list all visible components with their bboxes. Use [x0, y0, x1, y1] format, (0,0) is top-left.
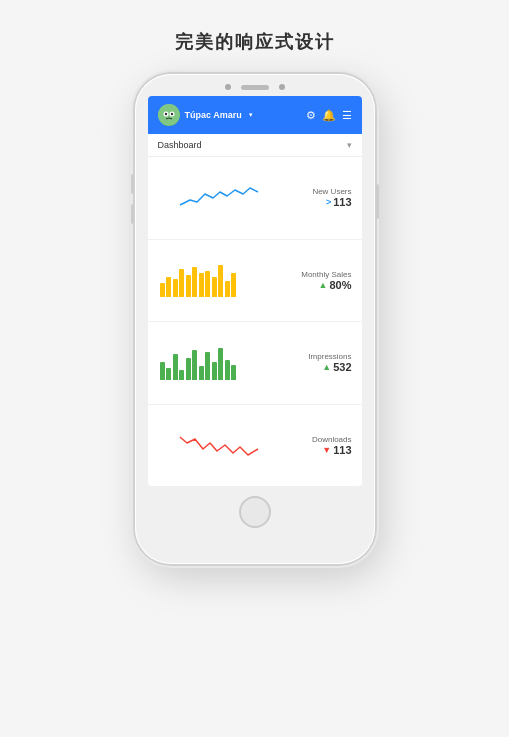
notification-icon[interactable]: 🔔	[322, 109, 336, 122]
bar	[212, 277, 217, 297]
bar	[225, 360, 230, 380]
stat-row-new-users: New Users > 113	[148, 157, 362, 240]
header-left: Túpac Amaru ▾	[158, 104, 253, 126]
downloads-value: ▼ 113	[282, 444, 352, 456]
bar	[218, 348, 223, 380]
subheader-dropdown-icon: ▾	[347, 140, 352, 150]
bar	[231, 273, 236, 297]
bar-chart-sales	[158, 263, 239, 297]
svg-point-3	[164, 113, 166, 115]
bar	[212, 362, 217, 380]
bar	[205, 271, 210, 297]
avatar-image	[158, 104, 180, 126]
new-users-label: New Users	[282, 187, 352, 196]
power-button	[376, 184, 379, 219]
downloads-chart	[158, 425, 282, 465]
speaker	[241, 85, 269, 90]
monthly-sales-arrow: ▲	[319, 280, 328, 290]
settings-icon[interactable]: ⚙	[306, 109, 316, 122]
bar	[173, 279, 178, 297]
bar	[218, 265, 223, 297]
monthly-sales-chart	[158, 260, 282, 300]
avatar	[158, 104, 180, 126]
bar	[192, 267, 197, 297]
bar	[186, 275, 191, 297]
phone-mockup: Túpac Amaru ▾ ⚙ 🔔 ☰ Dashboard ▾	[135, 74, 375, 564]
bar	[179, 269, 184, 297]
app-subheader[interactable]: Dashboard ▾	[148, 134, 362, 157]
new-users-value: > 113	[282, 196, 352, 208]
bar-chart-impressions	[158, 346, 239, 380]
home-button[interactable]	[239, 496, 271, 528]
bar	[231, 365, 236, 380]
new-users-info: New Users > 113	[282, 187, 352, 208]
app-header: Túpac Amaru ▾ ⚙ 🔔 ☰	[148, 96, 362, 134]
bar	[205, 352, 210, 380]
monthly-sales-value: ▲ 80%	[282, 279, 352, 291]
downloads-info: Downloads ▼ 113	[282, 435, 352, 456]
bar	[166, 277, 171, 297]
monthly-sales-label: Monthly Sales	[282, 270, 352, 279]
dashboard-label: Dashboard	[158, 140, 202, 150]
impressions-info: Impressions ▲ 532	[282, 352, 352, 373]
monthly-sales-info: Monthly Sales ▲ 80%	[282, 270, 352, 291]
bar	[199, 273, 204, 297]
new-users-chart	[158, 178, 282, 218]
volume-button-2	[131, 204, 134, 224]
impressions-label: Impressions	[282, 352, 352, 361]
impressions-arrow: ▲	[322, 362, 331, 372]
header-dropdown-icon[interactable]: ▾	[249, 111, 253, 119]
bar	[160, 283, 165, 297]
header-username: Túpac Amaru	[185, 110, 242, 120]
bar	[199, 366, 204, 380]
stat-row-impressions: Impressions ▲ 532	[148, 322, 362, 405]
impressions-value: ▲ 532	[282, 361, 352, 373]
bar	[192, 350, 197, 380]
svg-point-4	[170, 113, 172, 115]
bar	[173, 354, 178, 380]
new-users-arrow: >	[326, 197, 331, 207]
stat-row-downloads: Downloads ▼ 113	[148, 405, 362, 487]
menu-icon[interactable]: ☰	[342, 109, 352, 122]
bar	[166, 368, 171, 380]
bar	[179, 370, 184, 380]
front-camera	[225, 84, 231, 90]
header-icons: ⚙ 🔔 ☰	[306, 109, 352, 122]
phone-screen: Túpac Amaru ▾ ⚙ 🔔 ☰ Dashboard ▾	[148, 96, 362, 486]
sensor	[279, 84, 285, 90]
bar	[186, 358, 191, 380]
svg-point-0	[158, 104, 180, 126]
downloads-arrow: ▼	[322, 445, 331, 455]
downloads-label: Downloads	[282, 435, 352, 444]
bar	[225, 281, 230, 297]
stats-container: New Users > 113	[148, 157, 362, 486]
bar	[160, 362, 165, 380]
page-title: 完美的响应式设计	[175, 30, 335, 54]
phone-bottom	[135, 486, 375, 542]
volume-button-1	[131, 174, 134, 194]
phone-top-bar	[135, 74, 375, 96]
stat-row-monthly-sales: Monthly Sales ▲ 80%	[148, 240, 362, 323]
impressions-chart	[158, 343, 282, 383]
